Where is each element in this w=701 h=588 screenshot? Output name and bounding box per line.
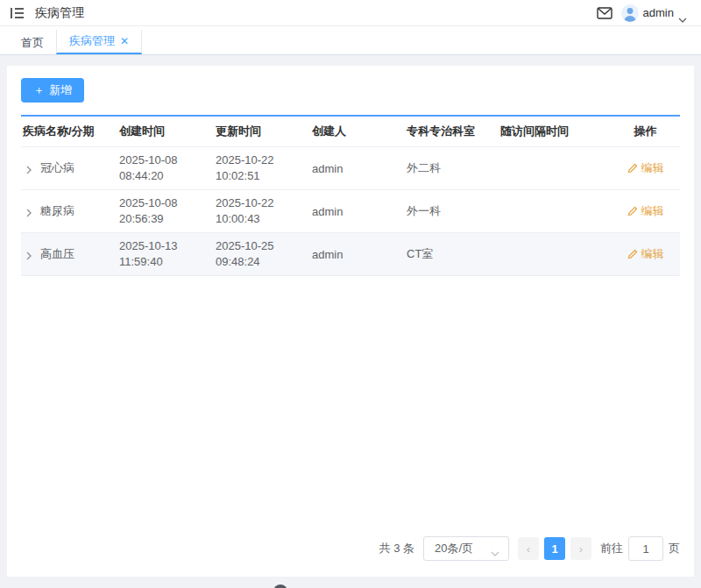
creator: admin	[310, 243, 405, 266]
table-header-row: 疾病名称/分期 创建时间 更新时间 创建人 专科专治科室 随访间隔时间 操作	[21, 117, 680, 147]
sidebar-fold-icon[interactable]	[11, 7, 25, 19]
next-page-button[interactable]: ›	[570, 537, 591, 560]
user-menu[interactable]: admin	[621, 4, 687, 22]
avatar	[621, 4, 639, 22]
goto-label: 前往	[600, 541, 623, 556]
follow-up-interval	[499, 249, 611, 259]
pagination-bar: 共 3 条 20条/页 ‹ 1 › 前往 页	[21, 531, 680, 568]
creator: admin	[310, 200, 405, 223]
page-suffix-label: 页	[669, 541, 680, 556]
edit-button-label: 编辑	[641, 246, 664, 262]
updated-time: 2025-10-22 10:02:51	[214, 147, 310, 189]
user-name: admin	[643, 6, 674, 19]
updated-time: 2025-10-25 09:48:24	[214, 233, 310, 275]
edit-button[interactable]: 编辑	[627, 246, 664, 262]
tab-active-label: 疾病管理	[69, 30, 115, 53]
department: 外二科	[405, 155, 499, 181]
created-time: 2025-10-08 20:56:39	[117, 190, 214, 232]
pencil-icon	[627, 206, 638, 216]
created-time: 2025-10-08 08:44:20	[117, 147, 214, 189]
table-row: 高血压 2025-10-13 11:59:40 2025-10-25 09:48…	[21, 233, 680, 276]
disease-table: 疾病名称/分期 创建时间 更新时间 创建人 专科专治科室 随访间隔时间 操作 冠…	[21, 115, 680, 276]
tab-bar: 首页 疾病管理 ✕	[0, 26, 701, 55]
add-button[interactable]: ＋ 新增	[21, 78, 84, 103]
main-content: ＋ 新增 疾病名称/分期 创建时间 更新时间 创建人 专科专治科室 随访间隔时间…	[0, 55, 701, 577]
plus-icon: ＋	[33, 82, 45, 98]
disease-name: 冠心病	[40, 160, 74, 176]
follow-up-interval	[499, 206, 611, 216]
edit-button[interactable]: 编辑	[627, 203, 664, 219]
expand-row-icon[interactable]	[25, 164, 33, 173]
content-card: ＋ 新增 疾病名称/分期 创建时间 更新时间 创建人 专科专治科室 随访间隔时间…	[7, 66, 694, 577]
tab-home-label: 首页	[21, 32, 44, 54]
tab-home[interactable]: 首页	[9, 32, 56, 54]
created-time: 2025-10-13 11:59:40	[117, 233, 214, 275]
column-header-name: 疾病名称/分期	[21, 117, 117, 146]
pagination-total: 共 3 条	[379, 541, 414, 556]
page-title: 疾病管理	[35, 5, 84, 21]
disease-name: 糖尿病	[40, 203, 74, 219]
pencil-icon	[627, 163, 638, 174]
tab-close-icon[interactable]: ✕	[120, 36, 129, 46]
department: 外一科	[405, 198, 499, 224]
table-row: 糖尿病 2025-10-08 20:56:39 2025-10-22 10:00…	[21, 190, 680, 233]
table-row: 冠心病 2025-10-08 08:44:20 2025-10-22 10:02…	[21, 147, 680, 190]
chevron-down-icon	[491, 546, 499, 551]
prev-page-button[interactable]: ‹	[518, 537, 539, 560]
column-header-created: 创建时间	[117, 117, 214, 146]
column-header-actions: 操作	[611, 117, 680, 146]
expand-row-icon[interactable]	[25, 250, 33, 259]
page-size-select[interactable]: 20条/页	[423, 536, 509, 561]
add-button-label: 新增	[49, 82, 72, 98]
goto-page-input[interactable]	[628, 536, 663, 561]
column-header-dept: 专科专治科室	[405, 117, 499, 146]
expand-row-icon[interactable]	[25, 207, 33, 216]
pencil-icon	[627, 249, 638, 259]
mail-icon[interactable]	[597, 7, 612, 19]
column-header-updated: 更新时间	[214, 117, 310, 146]
follow-up-interval	[499, 163, 611, 174]
chevron-down-icon	[678, 11, 687, 16]
page-size-value: 20条/页	[435, 541, 473, 556]
edit-button-label: 编辑	[641, 160, 664, 176]
department: CT室	[405, 241, 499, 267]
creator: admin	[310, 157, 405, 181]
bottom-drag-handle[interactable]	[273, 584, 287, 588]
column-header-interval: 随访间隔时间	[499, 117, 611, 146]
column-header-creator: 创建人	[310, 117, 405, 146]
tab-disease-management[interactable]: 疾病管理 ✕	[56, 30, 142, 54]
edit-button-label: 编辑	[641, 203, 664, 219]
disease-name: 高血压	[40, 246, 74, 262]
top-header: 疾病管理 admin	[0, 0, 701, 26]
edit-button[interactable]: 编辑	[627, 160, 664, 176]
page-number-1[interactable]: 1	[544, 537, 565, 560]
updated-time: 2025-10-22 10:00:43	[214, 190, 310, 232]
